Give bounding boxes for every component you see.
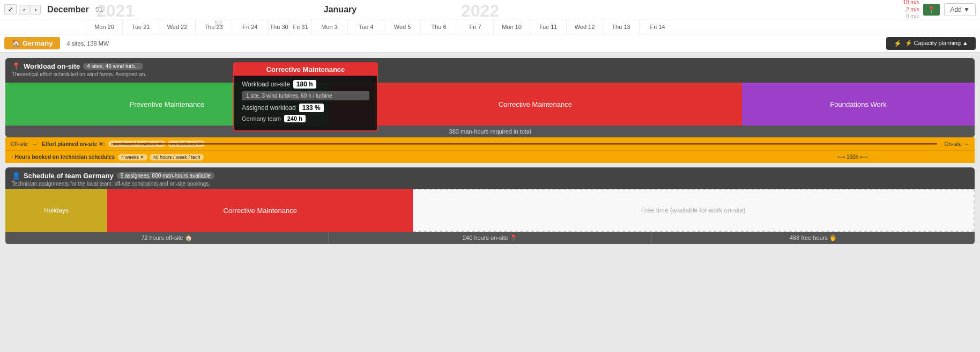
- capacity-label: ⚡ Capacity planning ▲: [905, 40, 968, 47]
- right-controls: 10 m/s 2 m/s 0 m/s 📍 Add ▼: [903, 0, 976, 20]
- workload-header: 📍 Workload on-site 4 sites, 46 wind turb…: [5, 58, 975, 79]
- effort-line: [113, 143, 937, 145]
- hours-tag-rate: 40 hours / week / tech: [150, 154, 203, 160]
- prev-btn[interactable]: ‹: [19, 5, 29, 14]
- schedule-panel: 👤 Schedule of team Germany 5 assignees, …: [5, 167, 975, 244]
- speed-10: 10 m/s: [903, 0, 919, 6]
- workload-title-text: Workload on-site: [24, 62, 80, 70]
- year-jan-bg: 2022: [461, 1, 499, 21]
- calendar-header: 52. Mon 20 Tue 21 Wed 22 Thu 23 Fri 24 T…: [0, 19, 980, 34]
- tooltip-workload-sub: 1 site, 3 wind turbines, 60 h / turbine: [242, 91, 369, 100]
- hours-label: ↑ Hours booked on technician schedules: [11, 154, 115, 160]
- hours-tag-weeks: 4 weeks ✕: [118, 154, 148, 160]
- schedule-header: 👤 Schedule of team Germany 5 assignees, …: [5, 167, 975, 189]
- sbar-holidays[interactable]: Holidays: [5, 189, 107, 232]
- expand-btn[interactable]: ⤢: [4, 4, 17, 14]
- cal-day-tue11: Tue 11: [530, 19, 566, 34]
- week-51: 51.: [95, 5, 105, 13]
- tooltip-assigned-key: Assigned workload: [242, 104, 296, 112]
- workload-bars: Preventive Maintenance Corrective Mainte…: [5, 83, 975, 126]
- cal-day-thu30: Thu 30: [268, 19, 289, 34]
- footer-free: 488 free hours 🖐: [652, 232, 975, 244]
- cal-day-thu23: Thu 23: [195, 19, 232, 34]
- region-info: 4 sites, 138 MW: [66, 40, 109, 47]
- tooltip-team-label: Germany team: [242, 115, 281, 122]
- tooltip-overlay: Corrective Maintenance Workload on-site …: [233, 62, 378, 131]
- hours-row: ↑ Hours booked on technician schedules 4…: [5, 150, 975, 163]
- tooltip-workload-row: Workload on-site 180 h: [242, 80, 369, 89]
- sbar-corrective[interactable]: Corrective Maintenance: [107, 189, 413, 232]
- tooltip-assigned-val: 133 %: [299, 104, 324, 112]
- region-label[interactable]: 🏠 Germany: [4, 37, 60, 49]
- hours-marker: ⟼ 160h ⟻: [837, 154, 867, 160]
- tooltip-workload-key: Workload on-site: [242, 80, 290, 88]
- tooltip-team-val: 240 h: [284, 115, 306, 122]
- cal-day-fri14: Fri 14: [639, 19, 675, 34]
- bar-foundations[interactable]: Foundations Work: [742, 83, 975, 126]
- tooltip-workload-val: 180 h: [293, 80, 316, 89]
- cal-day-fri24: Fri 24: [232, 19, 268, 34]
- map-btn[interactable]: 📍: [923, 4, 940, 16]
- tooltip-title: Corrective Maintenance: [234, 63, 377, 76]
- workload-panel: 📍 Workload on-site 4 sites, 46 wind turb…: [5, 58, 975, 137]
- schedule-title: 👤 Schedule of team Germany 5 assignees, …: [12, 172, 968, 180]
- cal-day-thu13: Thu 13: [603, 19, 639, 34]
- cal-day-tue4: Tue 4: [347, 19, 384, 34]
- cal-day-mon10: Mon 10: [493, 19, 530, 34]
- schedule-subtitle: Technician assignments for the local tea…: [12, 181, 968, 187]
- schedule-bars: Holidays Corrective Maintenance Free tim…: [5, 189, 975, 232]
- capacity-planning-btn[interactable]: ⚡ ⚡ Capacity planning ▲: [886, 37, 976, 50]
- speed-2: 2 m/s: [906, 6, 919, 13]
- cal-day-tue21: Tue 21: [122, 19, 159, 34]
- workload-badge: 4 sites, 46 wind turb...: [83, 63, 143, 70]
- effort-row: Off-site ← Effort planned on-site ✕: man…: [5, 137, 975, 150]
- add-btn[interactable]: Add ▼: [944, 3, 976, 16]
- tooltip-team-row: Germany team 240 h: [242, 115, 369, 122]
- pin-icon: 🏠: [12, 39, 20, 47]
- next-btn[interactable]: ›: [31, 5, 41, 14]
- footer-onsite: 240 hours on-site 📍: [329, 232, 652, 244]
- onsite-label: On-site: [945, 141, 962, 147]
- cal-day-fri7: Fri 7: [457, 19, 493, 34]
- nav-controls: ⤢ ‹ ›: [4, 4, 41, 14]
- speed-indicator: 10 m/s 2 m/s 0 m/s: [903, 0, 919, 20]
- bar-corrective[interactable]: Corrective Maintenance: [329, 83, 742, 126]
- schedule-badge: 5 assignees, 800 man-hours available: [117, 172, 214, 179]
- footer-offsite: 72 hours off-site 🏠: [5, 232, 329, 244]
- offsite-label: Off-site: [11, 141, 28, 147]
- top-navbar: ⤢ ‹ › December 2021 51. 2022 January 10 …: [0, 0, 980, 19]
- region-row: 🏠 Germany 4 sites, 138 MW ⚡ ⚡ Capacity p…: [0, 34, 980, 53]
- cal-day-mon20: Mon 20: [86, 19, 122, 34]
- workload-footer: 380 man-hours required in total: [5, 126, 975, 137]
- cal-day-wed12: Wed 12: [566, 19, 603, 34]
- capacity-icon: ⚡: [894, 40, 902, 47]
- region-name: Germany: [23, 39, 53, 47]
- schedule-title-text: Schedule of team Germany: [24, 172, 114, 180]
- sbar-free[interactable]: Free time (available for work on-site): [413, 189, 975, 232]
- cal-day-thu6: Thu 6: [420, 19, 457, 34]
- month-january: January: [324, 5, 357, 14]
- workload-subtitle: Theoretical effort scheduled on wind far…: [12, 71, 968, 77]
- nav-arrows: ‹ ›: [19, 5, 41, 14]
- cal-day-fri31: Fri 31: [289, 19, 311, 34]
- main-content: 🏠 Germany 4 sites, 138 MW ⚡ ⚡ Capacity p…: [0, 34, 980, 244]
- month-december: December: [47, 5, 88, 14]
- effort-label: Effort planned on-site ✕:: [42, 141, 105, 147]
- cal-day-wed5: Wed 5: [384, 19, 420, 34]
- schedule-person-icon: 👤: [12, 172, 20, 180]
- tooltip-assigned-row: Assigned workload 133 %: [242, 104, 369, 112]
- workload-title: 📍 Workload on-site 4 sites, 46 wind turb…: [12, 62, 968, 70]
- workload-pin-icon: 📍: [12, 62, 20, 70]
- schedule-footer: 72 hours off-site 🏠 240 hours on-site 📍 …: [5, 232, 975, 244]
- cal-day-wed22: Wed 22: [159, 19, 195, 34]
- cal-day-mon3: Mon 3: [311, 19, 347, 34]
